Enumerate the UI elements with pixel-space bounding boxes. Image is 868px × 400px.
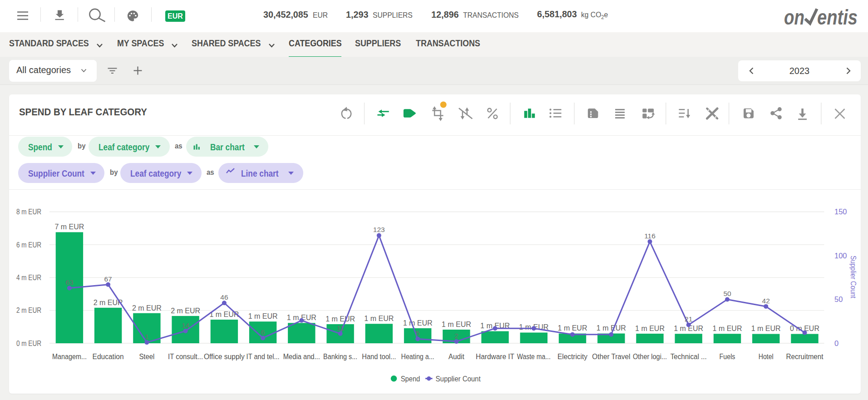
svg-text:Technical ...: Technical ... xyxy=(671,352,707,360)
svg-text:6: 6 xyxy=(261,328,265,336)
svg-text:IT consult...: IT consult... xyxy=(168,352,203,360)
svg-text:50: 50 xyxy=(834,295,843,303)
svg-text:Fuels: Fuels xyxy=(720,352,735,360)
svg-text:150: 150 xyxy=(834,207,847,216)
svg-text:42: 42 xyxy=(762,297,770,305)
svg-text:1 m EUR: 1 m EUR xyxy=(597,324,626,332)
svg-text:116: 116 xyxy=(644,232,656,240)
svg-text:1 m EUR: 1 m EUR xyxy=(635,325,665,332)
svg-text:Supplier Count: Supplier Count xyxy=(436,375,481,383)
svg-text:on: on xyxy=(784,5,804,29)
svg-text:Waste ma...: Waste ma... xyxy=(517,352,551,360)
svg-text:Hardware IT: Hardware IT xyxy=(476,352,514,360)
svg-text:4 m EUR: 4 m EUR xyxy=(16,273,41,281)
svg-text:1 m EUR: 1 m EUR xyxy=(403,319,433,327)
svg-text:Other Travel: Other Travel xyxy=(592,352,630,360)
svg-text:21: 21 xyxy=(685,315,692,323)
svg-text:Office supply: Office supply xyxy=(204,352,245,360)
svg-text:IT and tel...: IT and tel... xyxy=(247,352,280,360)
svg-text:1 m EUR: 1 m EUR xyxy=(364,315,394,322)
svg-text:1: 1 xyxy=(145,333,149,341)
svg-text:0 m EUR: 0 m EUR xyxy=(16,339,41,347)
svg-text:1 m EUR: 1 m EUR xyxy=(751,325,781,332)
svg-text:Steel: Steel xyxy=(139,352,154,360)
svg-text:5: 5 xyxy=(416,329,420,337)
svg-text:2: 2 xyxy=(454,332,459,340)
svg-text:Other logi...: Other logi... xyxy=(633,352,667,360)
svg-text:Hotel: Hotel xyxy=(759,352,774,360)
svg-text:0: 0 xyxy=(834,339,838,347)
svg-text:6 m EUR: 6 m EUR xyxy=(16,241,41,249)
svg-text:8 m EUR: 8 m EUR xyxy=(16,207,41,216)
svg-text:Managem...: Managem... xyxy=(52,352,87,360)
svg-text:entis: entis xyxy=(817,5,858,29)
svg-text:Supplier Count: Supplier Count xyxy=(849,256,857,298)
svg-text:67: 67 xyxy=(104,275,112,283)
svg-text:2 m EUR: 2 m EUR xyxy=(16,306,41,314)
svg-text:63: 63 xyxy=(65,278,73,286)
svg-text:Spend: Spend xyxy=(401,375,420,383)
svg-text:1 m EUR: 1 m EUR xyxy=(248,312,278,320)
svg-text:14: 14 xyxy=(182,321,190,329)
svg-text:Electricity: Electricity xyxy=(557,352,588,360)
svg-text:Audit: Audit xyxy=(449,352,464,360)
svg-text:Banking s...: Banking s... xyxy=(323,352,357,360)
svg-text:2 m EUR: 2 m EUR xyxy=(171,307,200,315)
svg-text:Hand tool...: Hand tool... xyxy=(362,352,396,360)
svg-text:7 m EUR: 7 m EUR xyxy=(54,223,84,231)
svg-text:11: 11 xyxy=(337,324,344,332)
svg-text:50: 50 xyxy=(723,290,731,297)
svg-text:1 m EUR: 1 m EUR xyxy=(713,325,742,332)
svg-text:1 m EUR: 1 m EUR xyxy=(326,315,355,323)
svg-text:1 m EUR: 1 m EUR xyxy=(442,321,471,328)
svg-text:Recruitment: Recruitment xyxy=(786,352,824,360)
svg-text:1 m EUR: 1 m EUR xyxy=(558,324,587,332)
svg-text:Heating a...: Heating a... xyxy=(401,352,434,360)
svg-text:46: 46 xyxy=(220,293,228,301)
svg-text:100: 100 xyxy=(834,252,847,260)
svg-text:2 m EUR: 2 m EUR xyxy=(132,304,162,312)
svg-text:Education: Education xyxy=(93,352,124,360)
svg-text:123: 123 xyxy=(373,226,385,233)
svg-text:Media and...: Media and... xyxy=(283,352,320,360)
